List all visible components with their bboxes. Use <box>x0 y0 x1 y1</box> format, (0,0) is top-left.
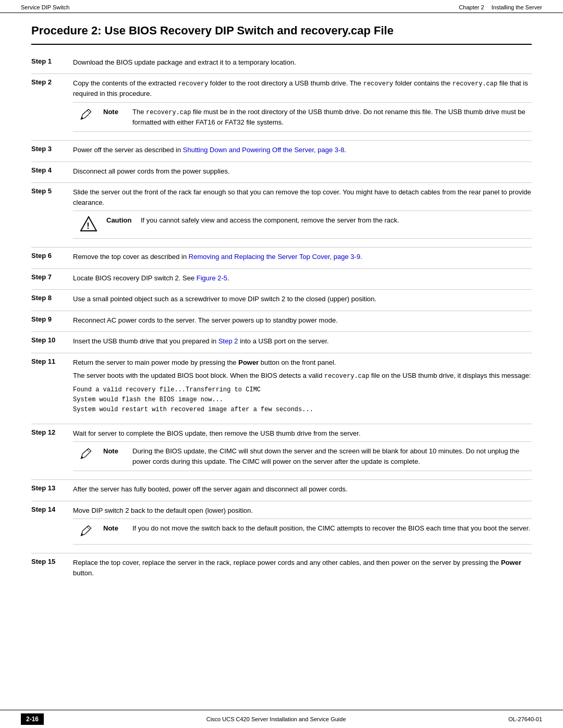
step-11-code: Found a valid recovery file...Transferri… <box>73 385 532 415</box>
step-label-5: Step 5 <box>31 187 73 195</box>
step-label-13: Step 13 <box>31 484 73 492</box>
step-label-10: Step 10 <box>31 336 73 344</box>
pencil-icon-2 <box>78 107 94 124</box>
step-label-11: Step 11 <box>31 357 73 365</box>
page-number: 2-16 <box>21 713 44 725</box>
step-content-7: Locate BIOS recovery DIP switch 2. See F… <box>73 273 532 286</box>
step-row-3: Step 3 Power off the server as described… <box>31 141 532 162</box>
step-content-3: Power off the server as described in Shu… <box>73 145 532 157</box>
note-icon-14 <box>73 523 99 540</box>
step-row-8: Step 8 Use a small pointed object such a… <box>31 290 532 311</box>
triangle-warning-icon: ! <box>79 215 98 234</box>
step-row-2: Step 2 Copy the contents of the extracte… <box>31 74 532 141</box>
step-5-text: Slide the server out the front of the ra… <box>73 187 532 207</box>
note-icon-2 <box>73 107 99 124</box>
note-text-14: If you do not move the switch back to th… <box>132 523 530 534</box>
svg-line-0 <box>83 109 89 114</box>
step-content-11: Return the server to main power mode by … <box>73 357 532 419</box>
step-10-text: Insert the USB thumb drive that you prep… <box>73 336 532 347</box>
step-row-7: Step 7 Locate BIOS recovery DIP switch 2… <box>31 269 532 290</box>
step-7-text: Locate BIOS recovery DIP switch 2. See F… <box>73 273 532 283</box>
step-15-text: Replace the top cover, replace the serve… <box>73 558 532 578</box>
step-4-text: Disconnect all power cords from the powe… <box>73 166 532 177</box>
header-right: Chapter 2 Installing the Server <box>459 4 542 10</box>
step-14-text: Move DIP switch 2 back to the default op… <box>73 505 532 516</box>
step-label-6: Step 6 <box>31 252 73 260</box>
step-content-10: Insert the USB thumb drive that you prep… <box>73 336 532 349</box>
step-2-note: Note The recovery.cap file must be in th… <box>73 102 532 132</box>
chapter-separator <box>486 4 489 10</box>
step-11-text: Return the server to main power mode by … <box>73 357 532 368</box>
step-label-12: Step 12 <box>31 428 73 436</box>
pencil-icon-12 <box>78 446 94 463</box>
step-7-link[interactable]: Figure 2-5 <box>197 274 227 282</box>
svg-line-5 <box>83 449 89 454</box>
step-13-text: After the server has fully booted, power… <box>73 484 532 495</box>
step-row-13: Step 13 After the server has fully boote… <box>31 480 532 501</box>
header-left: Service DIP Switch <box>21 4 69 10</box>
caution-icon-5: ! <box>73 215 104 234</box>
main-content: Procedure 2: Use BIOS Recovery DIP Switc… <box>0 13 563 605</box>
step-row-6: Step 6 Remove the top cover as described… <box>31 248 532 269</box>
chapter-label: Chapter 2 <box>459 4 484 10</box>
step-content-15: Replace the top cover, replace the serve… <box>73 558 532 580</box>
step-11-extra: The server boots with the updated BIOS b… <box>73 371 532 381</box>
svg-line-10 <box>87 527 90 529</box>
step-label-15: Step 15 <box>31 558 73 565</box>
page-header: Service DIP Switch Chapter 2 Installing … <box>0 0 563 13</box>
step-row-5: Step 5 Slide the server out the front of… <box>31 183 532 248</box>
note-label-14: Note <box>103 523 129 534</box>
step-label-3: Step 3 <box>31 145 73 153</box>
step-label-1: Step 1 <box>31 57 73 65</box>
svg-line-1 <box>85 112 91 117</box>
step-content-8: Use a small pointed object such as a scr… <box>73 294 532 306</box>
step-label-7: Step 7 <box>31 273 73 281</box>
step-9-text: Reconnect AC power cords to the server. … <box>73 315 532 326</box>
step-content-13: After the server has fully booted, power… <box>73 484 532 497</box>
step-3-text: Power off the server as described in Shu… <box>73 145 532 155</box>
step-10-link[interactable]: Step 2 <box>218 337 238 345</box>
footer-center-text: Cisco UCS C420 Server Installation and S… <box>206 716 346 722</box>
footer-right-text: OL-27640-01 <box>508 716 542 722</box>
svg-line-6 <box>85 451 91 457</box>
step-6-link[interactable]: Removing and Replacing the Server Top Co… <box>189 253 360 261</box>
page-container: Service DIP Switch Chapter 2 Installing … <box>0 0 563 728</box>
chapter-title: Installing the Server <box>492 4 542 10</box>
header-section-label: Service DIP Switch <box>21 4 69 10</box>
note-label-12: Note <box>103 446 129 456</box>
svg-line-9 <box>85 528 91 534</box>
step-3-link[interactable]: Shutting Down and Powering Off the Serve… <box>183 146 345 154</box>
page-footer: 2-16 Cisco UCS C420 Server Installation … <box>0 710 563 728</box>
note-label-2: Note <box>103 107 129 117</box>
step-content-6: Remove the top cover as described in Rem… <box>73 252 532 264</box>
step-12-note: Note During the BIOS update, the CIMC wi… <box>73 441 532 471</box>
page-title: Procedure 2: Use BIOS Recovery DIP Switc… <box>31 23 532 45</box>
step-label-8: Step 8 <box>31 294 73 302</box>
step-1-text: Download the BIOS update package and ext… <box>73 57 532 68</box>
step-row-1: Step 1 Download the BIOS update package … <box>31 53 532 75</box>
pencil-icon-14 <box>78 523 94 540</box>
step-content-5: Slide the server out the front of the ra… <box>73 187 532 243</box>
step-row-9: Step 9 Reconnect AC power cords to the s… <box>31 311 532 332</box>
note-text-12: During the BIOS update, the CIMC will sh… <box>132 446 532 466</box>
step-12-text: Wait for server to complete the BIOS upd… <box>73 428 532 439</box>
note-icon-12 <box>73 446 99 463</box>
step-label-14: Step 14 <box>31 505 73 513</box>
step-row-12: Step 12 Wait for server to complete the … <box>31 424 532 480</box>
step-row-15: Step 15 Replace the top cover, replace t… <box>31 553 532 584</box>
step-row-11: Step 11 Return the server to main power … <box>31 353 532 424</box>
step-label-9: Step 9 <box>31 315 73 323</box>
step-content-1: Download the BIOS update package and ext… <box>73 57 532 70</box>
step-label-4: Step 4 <box>31 166 73 174</box>
step-content-12: Wait for server to complete the BIOS upd… <box>73 428 532 476</box>
step-2-text: Copy the contents of the extracted recov… <box>73 78 532 99</box>
step-14-note: Note If you do not move the switch back … <box>73 519 532 545</box>
step-5-caution: ! Caution If you cannot safely view and … <box>73 211 532 239</box>
step-6-text: Remove the top cover as described in Rem… <box>73 252 532 262</box>
caution-text-5: If you cannot safely view and access the… <box>141 215 399 226</box>
step-8-text: Use a small pointed object such as a scr… <box>73 294 532 304</box>
caution-label-5: Caution <box>106 215 138 226</box>
step-row-10: Step 10 Insert the USB thumb drive that … <box>31 332 532 353</box>
svg-line-8 <box>83 526 89 531</box>
step-content-9: Reconnect AC power cords to the server. … <box>73 315 532 328</box>
